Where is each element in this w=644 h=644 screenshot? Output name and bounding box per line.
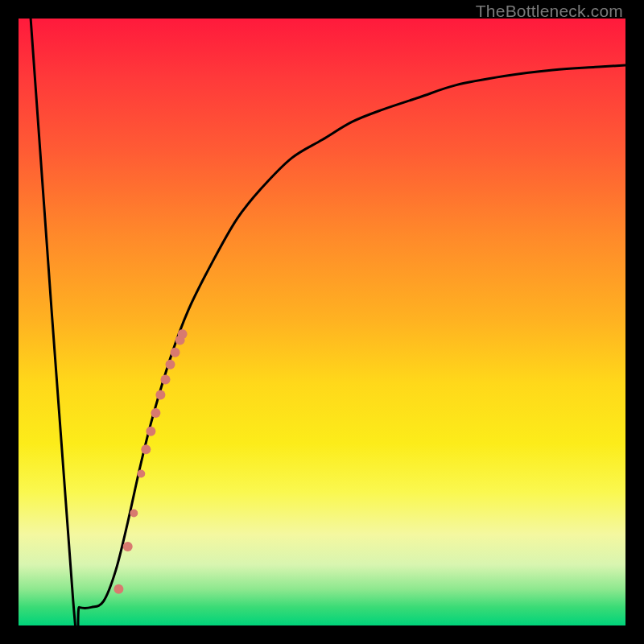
bottleneck-curve	[31, 19, 625, 644]
highlight-dot	[166, 360, 175, 369]
curve-layer	[19, 19, 625, 625]
highlight-dot	[123, 542, 133, 551]
highlight-dot	[130, 510, 138, 518]
plot-area	[19, 19, 625, 625]
highlight-dots-group	[114, 329, 187, 594]
highlight-dot	[171, 348, 180, 357]
chart-frame: TheBottleneck.com	[0, 0, 644, 644]
highlight-dot	[161, 375, 171, 385]
highlight-dot	[151, 408, 160, 418]
watermark-text: TheBottleneck.com	[476, 2, 623, 21]
highlight-dot	[146, 427, 155, 436]
highlight-dot	[155, 390, 165, 400]
highlight-dot	[178, 329, 188, 339]
highlight-dot	[114, 584, 123, 594]
highlight-dot	[137, 470, 145, 478]
highlight-dot	[141, 444, 151, 454]
